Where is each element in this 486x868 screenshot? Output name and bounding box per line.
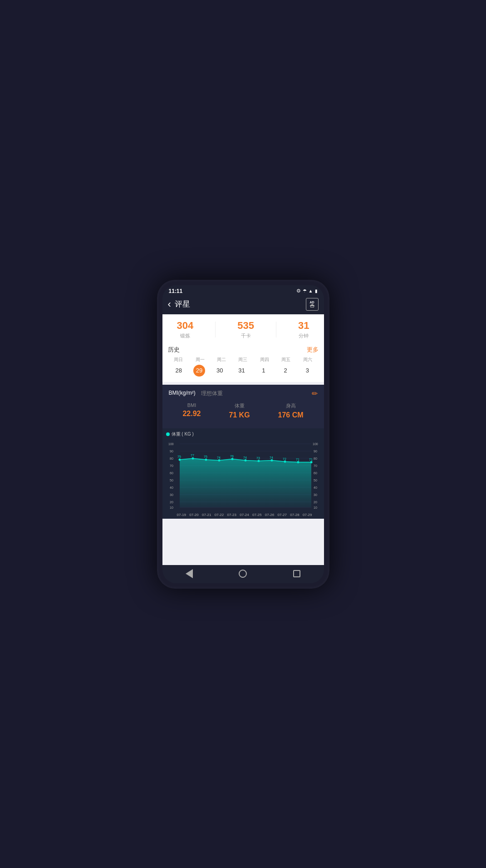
nav-back-button[interactable] bbox=[184, 569, 194, 579]
x-label-0720: 07-20 bbox=[189, 513, 198, 517]
svg-point-38 bbox=[257, 460, 260, 462]
svg-point-40 bbox=[284, 460, 286, 462]
divider-2 bbox=[276, 322, 276, 337]
history-section: 历史 更多 周日 周一 周二 周三 周四 周五 周六 28 29 bbox=[162, 343, 324, 378]
page-title: 评星 bbox=[175, 299, 306, 309]
svg-text:71: 71 bbox=[296, 458, 299, 461]
svg-text:100: 100 bbox=[313, 442, 318, 446]
phone-frame: 11:11 ⚙ ☂ ▲ ▮ ‹ 评星 AD bbox=[157, 280, 329, 589]
ad-icon: AD bbox=[306, 298, 319, 311]
svg-point-32 bbox=[178, 458, 181, 461]
bmi-metric-height: 身高 176 CM bbox=[278, 402, 304, 419]
svg-text:10: 10 bbox=[170, 506, 173, 509]
date-1[interactable]: 1 bbox=[256, 365, 271, 377]
x-label-0724: 07-24 bbox=[240, 513, 249, 517]
nav-home-icon bbox=[239, 570, 247, 578]
svg-text:40: 40 bbox=[314, 486, 317, 489]
top-nav: ‹ 评星 AD bbox=[162, 296, 324, 314]
chart-svg: 100 90 80 70 60 50 40 30 20 10 100 90 80 bbox=[164, 439, 322, 512]
svg-text:74: 74 bbox=[270, 456, 273, 459]
x-label-0727: 07-27 bbox=[278, 513, 287, 517]
nav-home-button[interactable] bbox=[238, 569, 248, 579]
status-time: 11:11 bbox=[169, 288, 183, 294]
svg-text:60: 60 bbox=[314, 471, 317, 475]
legend-dot bbox=[166, 432, 170, 436]
history-header: 历史 更多 bbox=[168, 346, 319, 354]
edit-icon[interactable]: ✏ bbox=[312, 389, 318, 398]
svg-text:77: 77 bbox=[191, 454, 194, 457]
svg-text:30: 30 bbox=[170, 493, 173, 496]
svg-text:70: 70 bbox=[170, 464, 173, 467]
legend-text: 体重 ( KG ) bbox=[172, 431, 194, 437]
chart-container: 体重 ( KG ) bbox=[162, 428, 324, 519]
bmi-label-height: 身高 bbox=[278, 402, 304, 409]
date-30[interactable]: 30 bbox=[212, 365, 227, 377]
bmi-tabs: BMI(kg/m²) 理想体重 bbox=[169, 390, 223, 397]
date-31[interactable]: 31 bbox=[234, 365, 249, 377]
wifi-icon: ☂ bbox=[303, 288, 307, 293]
svg-text:90: 90 bbox=[170, 450, 173, 453]
svg-text:20: 20 bbox=[170, 501, 173, 504]
exercise-label: 锻炼 bbox=[177, 332, 194, 339]
minutes-label: 分钟 bbox=[298, 332, 309, 339]
bmi-metrics: BMI 22.92 体重 71 KG 身高 176 CM bbox=[169, 402, 318, 419]
minutes-value: 31 bbox=[298, 320, 309, 332]
svg-text:72: 72 bbox=[283, 457, 286, 461]
status-bar: 11:11 ⚙ ☂ ▲ ▮ bbox=[162, 285, 324, 296]
svg-point-39 bbox=[270, 459, 273, 461]
x-label-0719: 07-19 bbox=[177, 513, 186, 517]
day-sun: 周日 bbox=[171, 357, 186, 363]
bmi-metric-weight: 体重 71 KG bbox=[229, 402, 250, 419]
week-days-row: 周日 周一 周二 周三 周四 周五 周六 bbox=[168, 357, 319, 363]
x-label-0726: 07-26 bbox=[265, 513, 274, 517]
stats-row: 304 锻炼 535 千卡 31 分钟 bbox=[162, 320, 324, 343]
main-content: 304 锻炼 535 千卡 31 分钟 bbox=[162, 314, 324, 565]
date-29-active[interactable]: 29 bbox=[193, 365, 205, 377]
date-3[interactable]: 3 bbox=[300, 365, 314, 377]
svg-text:76: 76 bbox=[230, 455, 234, 458]
svg-text:60: 60 bbox=[170, 471, 173, 475]
svg-text:90: 90 bbox=[314, 450, 317, 453]
svg-point-34 bbox=[205, 458, 207, 461]
bmi-card: BMI(kg/m²) 理想体重 ✏ BMI 22.92 体重 71 KG bbox=[162, 385, 324, 428]
svg-point-33 bbox=[191, 457, 194, 459]
x-label-0725: 07-25 bbox=[252, 513, 261, 517]
day-thu: 周四 bbox=[257, 357, 272, 363]
svg-text:10: 10 bbox=[314, 506, 317, 509]
back-button[interactable]: ‹ bbox=[168, 298, 171, 310]
day-mon: 周一 bbox=[193, 357, 207, 363]
divider-1 bbox=[215, 322, 216, 337]
bmi-tab-1[interactable]: BMI(kg/m²) bbox=[169, 390, 196, 397]
history-more-button[interactable]: 更多 bbox=[307, 346, 319, 354]
nav-recent-button[interactable] bbox=[292, 569, 302, 579]
bottom-nav bbox=[162, 565, 324, 583]
svg-text:40: 40 bbox=[170, 486, 173, 489]
svg-point-42 bbox=[310, 461, 312, 463]
bmi-value-weight: 71 KG bbox=[229, 411, 250, 419]
x-label-0723: 07-23 bbox=[227, 513, 236, 517]
svg-point-37 bbox=[244, 459, 246, 461]
chart-legend: 体重 ( KG ) bbox=[164, 431, 322, 437]
svg-text:80: 80 bbox=[314, 457, 317, 460]
svg-text:50: 50 bbox=[170, 479, 173, 482]
date-2[interactable]: 2 bbox=[278, 365, 293, 377]
calories-label: 千卡 bbox=[237, 332, 254, 339]
x-label-0728: 07-28 bbox=[290, 513, 299, 517]
svg-point-36 bbox=[231, 458, 233, 460]
bmi-label-bmi: BMI bbox=[182, 402, 201, 408]
stat-exercise: 304 锻炼 bbox=[177, 320, 194, 339]
nav-recent-icon bbox=[293, 570, 300, 577]
stat-calories: 535 千卡 bbox=[237, 320, 254, 339]
house-icon bbox=[309, 304, 315, 308]
ad-label: AD bbox=[309, 301, 314, 304]
svg-text:30: 30 bbox=[314, 493, 317, 496]
bmi-label-weight: 体重 bbox=[229, 402, 250, 409]
gear-icon: ⚙ bbox=[296, 288, 301, 294]
signal-icon: ▲ bbox=[309, 288, 313, 293]
bmi-tab-2[interactable]: 理想体重 bbox=[201, 390, 223, 397]
date-28[interactable]: 28 bbox=[172, 365, 186, 377]
svg-text:75: 75 bbox=[177, 455, 181, 458]
status-icons: ⚙ ☂ ▲ ▮ bbox=[296, 288, 318, 294]
svg-point-35 bbox=[218, 459, 220, 461]
svg-text:20: 20 bbox=[314, 501, 317, 504]
